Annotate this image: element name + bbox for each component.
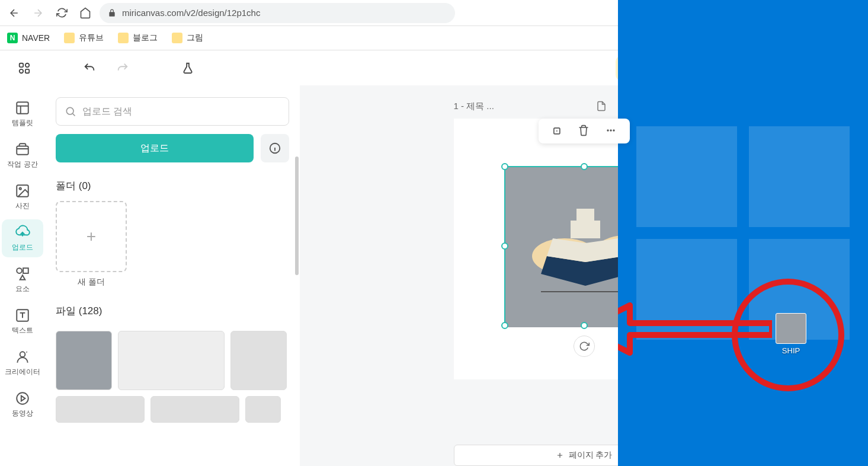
file-thumb[interactable] bbox=[56, 396, 145, 423]
resize-handle[interactable] bbox=[501, 322, 508, 329]
upload-panel: 업로드 검색 업로드 폴더 (0) + 새 폴더 파일 (128) bbox=[45, 85, 300, 466]
folder-section-title: 폴더 (0) bbox=[56, 179, 289, 193]
svg-point-33 bbox=[613, 129, 614, 131]
svg-rect-22 bbox=[23, 268, 28, 273]
sidebar-label: 작업 공간 bbox=[7, 159, 37, 170]
naver-icon: N bbox=[7, 33, 18, 43]
svg-rect-7 bbox=[20, 69, 23, 72]
search-icon bbox=[65, 106, 76, 117]
reload-button[interactable] bbox=[52, 4, 71, 23]
bookmark-label: 블로그 bbox=[133, 33, 158, 43]
svg-rect-38 bbox=[576, 209, 594, 221]
plus-icon bbox=[556, 451, 564, 459]
file-grid bbox=[56, 331, 289, 423]
file-thumb[interactable] bbox=[118, 331, 225, 390]
sidebar-item-upload[interactable]: 업로드 bbox=[2, 219, 43, 257]
sidebar-item-workspace[interactable]: 작업 공간 bbox=[2, 136, 43, 174]
svg-rect-18 bbox=[17, 146, 28, 154]
windows-desktop[interactable]: SHIP bbox=[618, 0, 868, 466]
file-thumb[interactable] bbox=[56, 331, 112, 390]
apps-button[interactable] bbox=[12, 56, 37, 81]
delete-icon[interactable] bbox=[578, 125, 591, 138]
upload-label: 업로드 bbox=[140, 142, 169, 155]
sidebar-label: 템플릿 bbox=[12, 118, 33, 128]
new-folder-button[interactable]: + bbox=[56, 201, 127, 272]
svg-rect-37 bbox=[571, 221, 600, 238]
sidebar-label: 업로드 bbox=[12, 242, 33, 253]
new-folder-label: 새 폴더 bbox=[56, 277, 127, 288]
svg-point-25 bbox=[17, 392, 28, 404]
bookmark-label: 유튜브 bbox=[79, 33, 104, 43]
svg-point-26 bbox=[66, 107, 73, 114]
page-icon[interactable] bbox=[595, 100, 608, 113]
resize-handle[interactable] bbox=[501, 163, 508, 170]
svg-point-31 bbox=[607, 129, 608, 131]
selection-toolbar bbox=[539, 119, 630, 143]
url-text: miricanvas.com/v2/design/12p1chc bbox=[122, 8, 447, 18]
back-button[interactable] bbox=[5, 4, 24, 23]
folder-icon bbox=[118, 33, 129, 43]
resize-handle[interactable] bbox=[581, 163, 588, 170]
svg-point-21 bbox=[17, 268, 22, 273]
sidebar-label: 사진 bbox=[15, 201, 30, 211]
bookmark-picture[interactable]: 그림 bbox=[172, 33, 203, 43]
file-thumb[interactable] bbox=[150, 396, 239, 423]
resize-handle[interactable] bbox=[581, 322, 588, 329]
more-icon[interactable] bbox=[605, 125, 618, 138]
lock-icon bbox=[108, 9, 116, 17]
bookmark-youtube[interactable]: 유튜브 bbox=[64, 33, 104, 43]
svg-point-24 bbox=[20, 352, 25, 357]
sidebar-label: 텍스트 bbox=[12, 325, 33, 336]
redo-button[interactable] bbox=[110, 56, 135, 81]
sidebar-item-photo[interactable]: 사진 bbox=[2, 178, 43, 216]
folder-icon bbox=[64, 33, 75, 43]
home-button[interactable] bbox=[76, 4, 95, 23]
svg-rect-6 bbox=[25, 63, 29, 66]
bookmark-label: 그림 bbox=[187, 33, 203, 43]
svg-rect-8 bbox=[25, 69, 29, 72]
svg-point-32 bbox=[610, 129, 611, 131]
scrollbar[interactable] bbox=[295, 157, 299, 346]
scroll-thumb[interactable] bbox=[295, 157, 299, 275]
sidebar-label: 크리에이터 bbox=[5, 367, 40, 377]
file-thumb[interactable] bbox=[245, 396, 281, 423]
undo-button[interactable] bbox=[77, 56, 102, 81]
file-section-title: 파일 (128) bbox=[56, 304, 289, 318]
file-thumb[interactable] bbox=[230, 331, 287, 390]
svg-rect-17 bbox=[17, 102, 28, 114]
svg-rect-5 bbox=[20, 63, 23, 66]
upload-button[interactable]: 업로드 bbox=[56, 134, 254, 162]
search-input[interactable]: 업로드 검색 bbox=[56, 97, 289, 126]
resize-handle[interactable] bbox=[501, 242, 508, 250]
sidebar-item-template[interactable]: 템플릿 bbox=[2, 95, 43, 133]
annotation-circle bbox=[732, 279, 844, 391]
bookmark-blog[interactable]: 블로그 bbox=[118, 33, 158, 43]
svg-point-20 bbox=[20, 187, 21, 189]
sidebar-item-element[interactable]: 요소 bbox=[2, 261, 43, 299]
side-nav: 템플릿 작업 공간 사진 업로드 요소 텍스트 크리에이터 동영상 bbox=[0, 85, 45, 466]
sidebar-item-video[interactable]: 동영상 bbox=[2, 385, 43, 423]
sidebar-label: 동영상 bbox=[12, 408, 33, 419]
search-placeholder: 업로드 검색 bbox=[82, 106, 132, 118]
add-page-label: 페이지 추가 bbox=[569, 450, 613, 461]
bookmark-label: NAVER bbox=[22, 33, 50, 43]
address-bar[interactable]: miricanvas.com/v2/design/12p1chc bbox=[100, 3, 455, 23]
sidebar-item-text[interactable]: 텍스트 bbox=[2, 302, 43, 340]
info-button[interactable] bbox=[261, 134, 289, 162]
sidebar-label: 요소 bbox=[15, 284, 30, 294]
rotate-handle[interactable] bbox=[574, 336, 595, 357]
forward-button[interactable] bbox=[28, 4, 47, 23]
sidebar-item-creator[interactable]: 크리에이터 bbox=[2, 344, 43, 382]
folder-icon bbox=[172, 33, 182, 43]
flask-button[interactable] bbox=[175, 56, 200, 81]
duplicate-icon[interactable] bbox=[550, 125, 563, 138]
page-title[interactable]: 1 - 제목 ... bbox=[454, 101, 587, 112]
bookmark-naver[interactable]: NNAVER bbox=[7, 33, 50, 43]
